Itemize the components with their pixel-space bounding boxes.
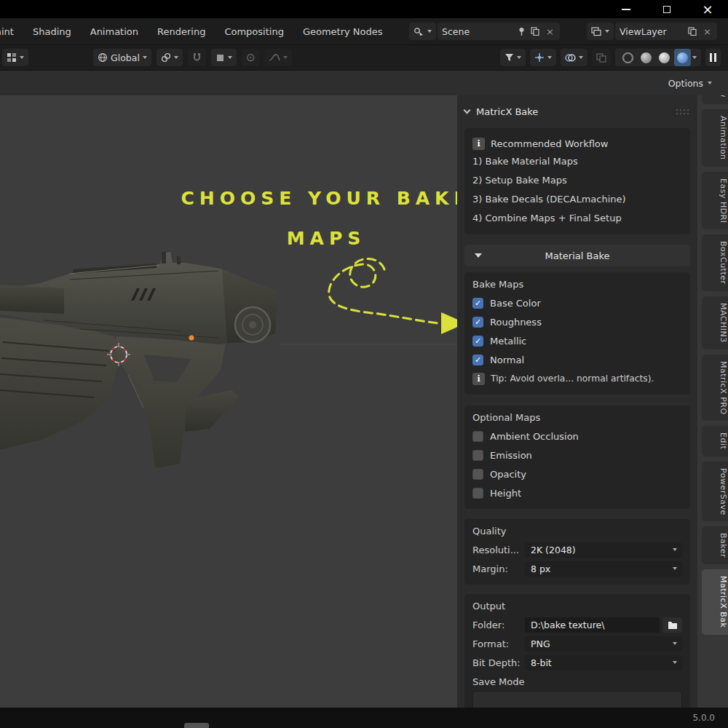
remove-view-layer-icon[interactable]: × bbox=[702, 26, 713, 37]
snap-toggle-button[interactable] bbox=[188, 49, 206, 66]
chevron-down-icon bbox=[673, 661, 677, 664]
shading-rendered-button[interactable] bbox=[674, 49, 691, 66]
checkbox[interactable]: ✓ bbox=[472, 469, 483, 480]
checkbox-row-metallic[interactable]: ✓ Metallic bbox=[472, 331, 682, 350]
pin-icon[interactable] bbox=[518, 27, 526, 36]
format-row: Format: PNG bbox=[472, 634, 682, 653]
view-layer-name-field[interactable]: ViewLayer × bbox=[615, 23, 717, 40]
workspace-tab-partial[interactable]: aint bbox=[0, 26, 14, 37]
format-label: Format: bbox=[472, 638, 525, 649]
falloff-button[interactable] bbox=[264, 49, 292, 66]
view-layer-icon bbox=[591, 27, 601, 36]
checkbox[interactable]: ✓ bbox=[472, 336, 483, 347]
view-layer-browse-button[interactable] bbox=[587, 23, 614, 40]
checkbox-row-normal[interactable]: ✓ Normal bbox=[472, 350, 682, 369]
minimize-icon bbox=[622, 9, 630, 10]
checkbox[interactable]: ✓ bbox=[472, 450, 483, 461]
workspace-tab-geometry-nodes[interactable]: Geometry Nodes bbox=[303, 26, 383, 37]
workspace-tab-animation[interactable]: Animation bbox=[90, 26, 138, 37]
optional-maps-label: Optional Maps bbox=[472, 412, 682, 423]
checkbox-row-roughness[interactable]: ✓ Roughness bbox=[472, 312, 682, 331]
transform-pivot-button[interactable] bbox=[157, 49, 183, 66]
side-tab-easy-hdri[interactable]: Easy HDRI bbox=[702, 172, 728, 230]
transform-orientation-button[interactable]: Global bbox=[93, 49, 151, 66]
checkbox[interactable]: ✓ bbox=[472, 355, 483, 365]
expand-triangle-icon[interactable] bbox=[475, 253, 482, 258]
checkbox-label: Emission bbox=[490, 450, 532, 461]
checkbox-row-opacity[interactable]: ✓ Opacity bbox=[472, 464, 682, 483]
overlays-button[interactable] bbox=[561, 49, 587, 66]
snap-settings-button[interactable] bbox=[211, 49, 237, 66]
gizmo-button[interactable] bbox=[530, 49, 556, 66]
chevron-down-icon bbox=[547, 56, 552, 59]
margin-dropdown[interactable]: 8 px bbox=[525, 561, 682, 577]
gizmo-icon bbox=[534, 52, 545, 63]
annotation-line2: MAPS bbox=[181, 228, 472, 249]
side-tab-edit[interactable]: Edit bbox=[702, 426, 728, 456]
xray-toggle-button[interactable] bbox=[592, 49, 611, 66]
checkbox-row-base-color[interactable]: ✓ Base Color bbox=[472, 293, 682, 312]
checkbox-label: Normal bbox=[490, 355, 524, 365]
copy-icon[interactable] bbox=[688, 27, 697, 36]
workspace-tab-compositing[interactable]: Compositing bbox=[224, 26, 284, 37]
proportional-editing-button[interactable]: ⊙ bbox=[242, 49, 260, 66]
checkbox[interactable]: ✓ bbox=[472, 298, 483, 309]
side-tab-animation[interactable]: Animation bbox=[702, 109, 728, 167]
shading-material-button[interactable] bbox=[656, 49, 673, 66]
save-mode-button[interactable] bbox=[472, 691, 682, 708]
material-bake-header[interactable]: Material Bake bbox=[464, 245, 690, 266]
unlink-scene-icon[interactable]: × bbox=[545, 26, 555, 37]
workspace-tabs: aint Shading Animation Rendering Composi… bbox=[0, 18, 383, 44]
scene-browse-button[interactable] bbox=[409, 23, 436, 40]
workflow-step: 1) Bake Material Maps bbox=[472, 152, 682, 171]
chevron-down-icon bbox=[517, 56, 521, 59]
resolution-dropdown[interactable]: 2K (2048) bbox=[525, 542, 682, 558]
workspace-tab-shading[interactable]: Shading bbox=[33, 26, 71, 37]
minimize-button[interactable] bbox=[606, 0, 646, 18]
workspace-tab-rendering[interactable]: Rendering bbox=[157, 26, 205, 37]
workflow-header-row: i Recommended Workflow bbox=[472, 135, 682, 152]
checkbox[interactable]: ✓ bbox=[472, 431, 483, 442]
checkbox-row-height[interactable]: ✓ Height bbox=[472, 483, 682, 502]
shading-solid-button[interactable] bbox=[638, 49, 654, 66]
side-tab-boxcutter[interactable]: BoxCutter bbox=[702, 234, 728, 291]
panel-title: MatricX Bake bbox=[476, 106, 538, 117]
panel-grip-icon[interactable]: :::: bbox=[676, 106, 690, 116]
editor-type-icon bbox=[7, 52, 17, 63]
shading-wireframe-button[interactable] bbox=[620, 49, 636, 66]
side-tab-matricx-bake[interactable]: MatricX Bak bbox=[702, 569, 728, 634]
checkbox-row-emission[interactable]: ✓ Emission bbox=[472, 446, 682, 464]
chevron-down-icon bbox=[692, 56, 697, 59]
bit-depth-dropdown[interactable]: 8-bit bbox=[525, 655, 682, 670]
checkbox[interactable]: ✓ bbox=[472, 317, 483, 328]
tool-settings-left: Global bbox=[0, 49, 292, 66]
checkbox-row-ambient-occlusion[interactable]: ✓ Ambient Occlusion bbox=[472, 427, 682, 446]
rendered-shading-icon bbox=[677, 52, 688, 63]
side-tab-machin3[interactable]: MACHIN3 bbox=[702, 296, 728, 349]
maximize-button[interactable] bbox=[646, 0, 687, 18]
info-icon: i bbox=[472, 373, 485, 385]
collapse-chevron-icon[interactable] bbox=[464, 106, 471, 114]
filter-icon bbox=[505, 53, 514, 62]
chevron-down-icon bbox=[228, 56, 232, 59]
format-dropdown[interactable]: PNG bbox=[525, 636, 682, 652]
chevron-down-icon bbox=[673, 548, 677, 551]
checkbox[interactable]: ✓ bbox=[472, 488, 483, 499]
scene-name-field[interactable]: Scene × bbox=[438, 23, 560, 40]
browse-folder-button[interactable] bbox=[662, 617, 682, 633]
folder-path-input[interactable]: D:\bake texture\ bbox=[525, 617, 660, 633]
orientation-value: Global bbox=[111, 52, 140, 63]
copy-icon[interactable] bbox=[531, 27, 539, 36]
snap-mode-icon bbox=[215, 53, 225, 63]
side-tab-view[interactable]: View bbox=[702, 95, 728, 104]
visibility-filter-button[interactable] bbox=[500, 49, 526, 66]
editor-type-button[interactable] bbox=[2, 49, 28, 66]
side-tab-matricx-pro[interactable]: MatricX PRO bbox=[702, 355, 728, 422]
side-tab-baker[interactable]: Baker bbox=[702, 526, 728, 564]
side-tab-powersave[interactable]: PowerSave bbox=[702, 462, 728, 522]
options-dropdown[interactable]: Options bbox=[662, 74, 718, 92]
panel-header[interactable]: MatricX Bake :::: bbox=[464, 102, 690, 121]
close-button[interactable]: × bbox=[687, 0, 728, 18]
viewport-header: Global bbox=[0, 45, 728, 71]
pause-button[interactable] bbox=[705, 49, 721, 66]
